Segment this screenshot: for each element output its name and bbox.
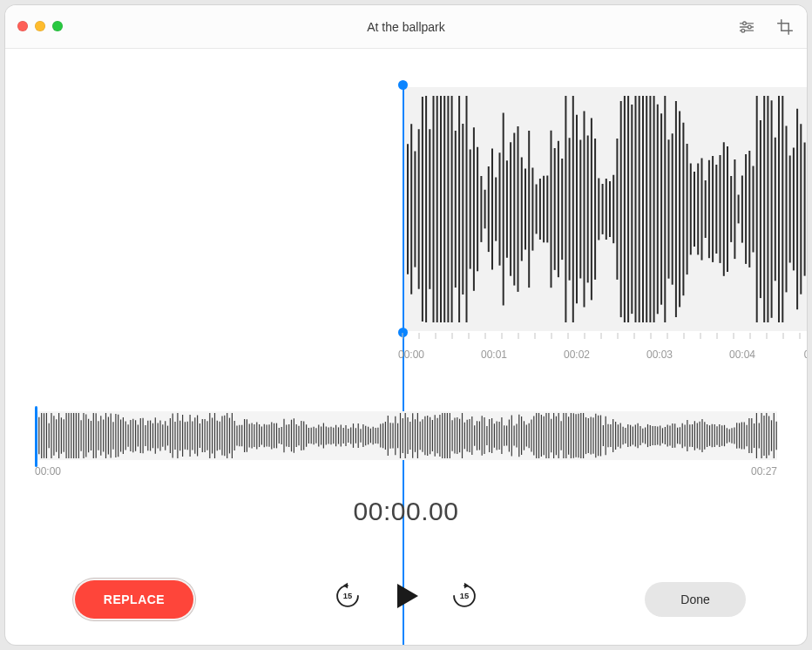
ruler-label: 00:00 — [398, 349, 424, 361]
svg-text:15: 15 — [343, 592, 352, 600]
replace-button-label: REPLACE — [104, 592, 165, 606]
svg-marker-443 — [397, 584, 418, 608]
ruler-label: 00:02 — [564, 349, 590, 361]
skip-back-15-button[interactable]: 15 — [333, 581, 362, 614]
zoom-waveform — [403, 87, 807, 331]
overview-waveform[interactable] — [35, 411, 777, 460]
ruler-label: 0 — [804, 349, 807, 361]
playhead-handle-top[interactable] — [398, 80, 408, 90]
svg-marker-444 — [464, 583, 469, 589]
window-traffic-lights — [17, 21, 63, 31]
titlebar: At the ballpark — [5, 5, 807, 49]
toolbar-right — [734, 16, 798, 38]
done-button-label: Done — [680, 592, 709, 606]
minimize-window-button[interactable] — [35, 21, 45, 31]
overview-playhead[interactable] — [35, 406, 37, 467]
ruler-ticks — [5, 333, 807, 349]
done-button[interactable]: Done — [645, 582, 746, 617]
play-button[interactable] — [389, 579, 423, 617]
ruler-label: 00:04 — [729, 349, 755, 361]
ruler-labels: 00:0000:0100:0200:0300:040 — [5, 349, 807, 366]
zoom-window-button[interactable] — [52, 21, 63, 31]
time-ruler: 00:0000:0100:0200:0300:040 — [5, 333, 807, 376]
overview-end-time: 00:27 — [751, 465, 777, 477]
editor-content: 00:0000:0100:0200:0300:040 00:00 00:27 0… — [5, 49, 807, 645]
overview-start-time: 00:00 — [35, 465, 61, 477]
svg-point-1 — [743, 22, 747, 25]
edit-sliders-icon[interactable] — [734, 16, 760, 38]
svg-text:15: 15 — [460, 592, 469, 600]
ruler-label: 00:03 — [646, 349, 673, 361]
current-time-display: 00:00.00 — [5, 497, 807, 526]
svg-point-5 — [741, 29, 745, 32]
voice-memo-window: At the ballpark — [5, 5, 807, 645]
controls-bar: REPLACE 15 15 — [5, 573, 807, 626]
zoom-waveform-area[interactable] — [5, 87, 807, 331]
transport-controls: 15 15 — [333, 579, 479, 617]
replace-button[interactable]: REPLACE — [75, 580, 193, 619]
close-window-button[interactable] — [17, 21, 28, 31]
svg-point-3 — [748, 25, 752, 29]
crop-icon[interactable] — [772, 16, 798, 38]
skip-forward-15-button[interactable]: 15 — [450, 581, 479, 614]
svg-marker-441 — [343, 583, 348, 589]
window-title: At the ballpark — [367, 20, 445, 34]
overview-time-labels: 00:00 00:27 — [35, 465, 777, 481]
ruler-label: 00:01 — [481, 349, 507, 361]
